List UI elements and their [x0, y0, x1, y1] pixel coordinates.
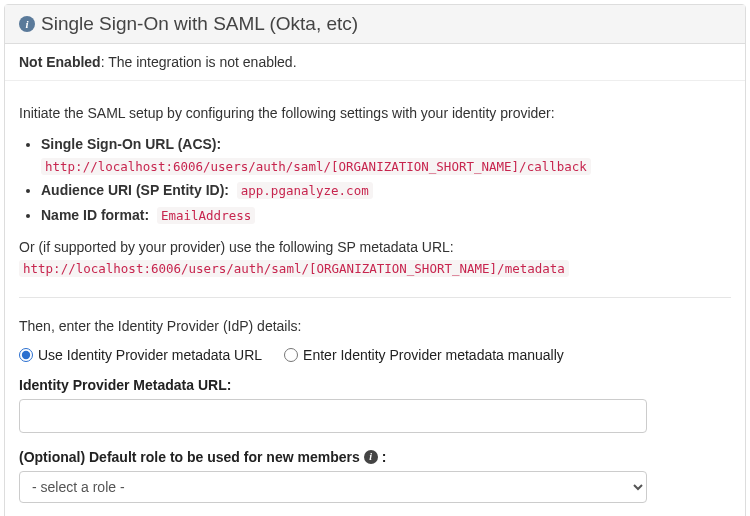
status-message: : The integration is not enabled.: [101, 54, 297, 70]
metadata-url-value: http://localhost:6006/users/auth/saml/[O…: [19, 260, 569, 277]
info-icon: i: [19, 16, 35, 32]
alt-intro: Or (if supported by your provider) use t…: [19, 237, 731, 279]
sso-url-value: http://localhost:6006/users/auth/saml/[O…: [41, 158, 591, 175]
saml-settings-card: i Single Sign-On with SAML (Okta, etc) N…: [4, 4, 746, 516]
setup-list: Single Sign-On URL (ACS): http://localho…: [19, 134, 731, 227]
default-role-field-label: (Optional) Default role to be used for n…: [19, 449, 731, 465]
nameid-label: Name ID format:: [41, 207, 149, 223]
idp-intro: Then, enter the Identity Provider (IdP) …: [19, 316, 731, 337]
card-body: Initiate the SAML setup by configuring t…: [5, 81, 745, 516]
default-role-colon: :: [382, 449, 387, 465]
default-role-select[interactable]: - select a role -: [19, 471, 647, 503]
radio-url-input[interactable]: [19, 348, 33, 362]
idp-metadata-url-input[interactable]: [19, 399, 647, 433]
radio-manual-label: Enter Identity Provider metadata manuall…: [303, 347, 564, 363]
audience-label: Audience URI (SP Entity ID):: [41, 182, 229, 198]
list-item: Single Sign-On URL (ACS): http://localho…: [41, 134, 731, 177]
radio-option-url[interactable]: Use Identity Provider metadata URL: [19, 347, 262, 363]
sso-url-label: Single Sign-On URL (ACS):: [41, 136, 221, 152]
list-item: Name ID format: EmailAddress: [41, 205, 731, 227]
info-icon[interactable]: i: [364, 450, 378, 464]
radio-url-label: Use Identity Provider metadata URL: [38, 347, 262, 363]
idp-mode-radio-group: Use Identity Provider metadata URL Enter…: [19, 347, 731, 363]
nameid-value: EmailAddress: [157, 207, 255, 224]
audience-value: app.pganalyze.com: [237, 182, 373, 199]
status-label: Not Enabled: [19, 54, 101, 70]
status-bar: Not Enabled: The integration is not enab…: [5, 44, 745, 81]
default-role-label-text: (Optional) Default role to be used for n…: [19, 449, 360, 465]
card-header: i Single Sign-On with SAML (Okta, etc): [5, 5, 745, 44]
radio-manual-input[interactable]: [284, 348, 298, 362]
list-item: Audience URI (SP Entity ID): app.pganaly…: [41, 180, 731, 202]
alt-intro-text: Or (if supported by your provider) use t…: [19, 239, 454, 255]
card-title: Single Sign-On with SAML (Okta, etc): [41, 13, 358, 35]
radio-option-manual[interactable]: Enter Identity Provider metadata manuall…: [284, 347, 564, 363]
divider: [19, 297, 731, 298]
setup-intro: Initiate the SAML setup by configuring t…: [19, 103, 731, 124]
idp-url-field-label: Identity Provider Metadata URL:: [19, 377, 731, 393]
